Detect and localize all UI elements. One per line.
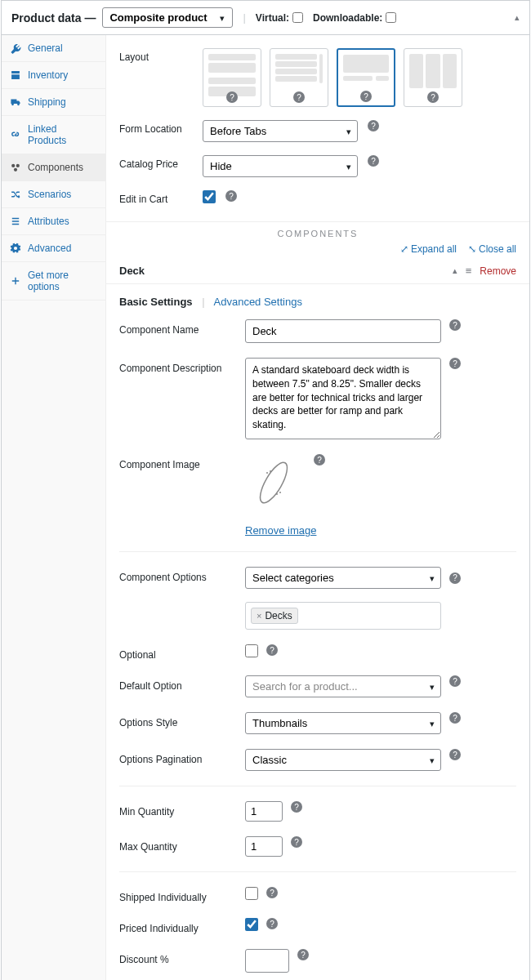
help-icon[interactable]: ? [368, 120, 379, 131]
component-name-input[interactable] [245, 319, 441, 343]
min-qty-input[interactable] [245, 801, 283, 822]
sidebar-item-scenarios[interactable]: Scenarios [2, 181, 105, 208]
priced-label: Priced Individually [119, 918, 234, 934]
shipped-label: Shipped Individually [119, 887, 234, 903]
help-icon: ? [226, 91, 238, 103]
inventory-icon [10, 69, 21, 81]
help-icon[interactable]: ? [291, 801, 302, 813]
svg-point-1 [16, 164, 20, 167]
component-desc-label: Component Description [119, 358, 234, 374]
help-icon[interactable]: ? [449, 712, 461, 724]
sidebar-item-components[interactable]: Components [2, 154, 105, 181]
form-location-label: Form Location [119, 120, 193, 135]
downloadable-checkbox[interactable] [386, 12, 396, 23]
shuffle-icon [10, 189, 21, 200]
truck-icon [10, 96, 21, 108]
discount-input[interactable] [245, 949, 289, 973]
help-icon[interactable]: ? [449, 572, 461, 584]
help-icon[interactable]: ? [266, 644, 278, 656]
optional-label: Optional [119, 644, 234, 661]
component-options-label: Component Options [119, 567, 234, 583]
help-icon[interactable]: ? [449, 675, 461, 687]
layout-option-2[interactable]: ? [270, 48, 328, 107]
close-all-link[interactable]: ⤡Close all [468, 243, 516, 255]
catalog-price-select[interactable]: Hide [203, 155, 358, 177]
divider [119, 871, 516, 872]
shipped-checkbox[interactable] [245, 887, 258, 900]
svg-point-2 [14, 168, 17, 172]
expand-all-link[interactable]: ⤢Expand all [400, 243, 457, 255]
priced-checkbox[interactable] [245, 918, 258, 931]
help-icon[interactable]: ? [266, 887, 278, 898]
discount-label: Discount % [119, 949, 234, 965]
help-icon[interactable]: ? [314, 454, 325, 466]
max-qty-input[interactable] [245, 836, 283, 857]
svg-point-6 [276, 493, 278, 495]
optional-checkbox[interactable] [245, 644, 258, 657]
link-icon [10, 129, 21, 140]
component-title: Deck [106, 265, 145, 277]
form-location-select[interactable]: Before Tabs [203, 120, 358, 142]
max-qty-label: Max Quantity [119, 836, 234, 853]
component-options-select[interactable]: Select categories [245, 567, 441, 589]
options-style-select[interactable]: Thumbnails [245, 712, 441, 734]
options-style-label: Options Style [119, 712, 234, 728]
help-icon[interactable]: ? [368, 155, 379, 167]
virtual-checkbox-label[interactable]: Virtual: [256, 12, 303, 24]
panel-title: Product data — [11, 11, 96, 24]
help-icon[interactable]: ? [266, 918, 278, 929]
product-type-select[interactable]: Composite product [102, 7, 233, 28]
tag-decks[interactable]: ×Decks [251, 608, 298, 624]
drag-handle-icon[interactable]: ≡ [466, 265, 472, 277]
component-name-label: Component Name [119, 319, 234, 336]
panel-header: Product data — Composite product | Virtu… [2, 1, 529, 35]
default-option-select[interactable]: Search for a product... [245, 675, 441, 697]
help-icon[interactable]: ? [449, 749, 461, 760]
sidebar-item-inventory[interactable]: Inventory [2, 62, 105, 89]
collapse-icon[interactable]: ▴ [515, 12, 520, 23]
main-content: Layout ? ? ? [106, 35, 529, 980]
edit-in-cart-label: Edit in Cart [119, 190, 193, 205]
layout-option-3[interactable]: ? [337, 48, 395, 107]
remove-tag-icon[interactable]: × [257, 611, 261, 621]
svg-point-3 [255, 459, 292, 506]
help-icon[interactable]: ? [225, 190, 237, 202]
wrench-icon [10, 42, 21, 54]
help-icon[interactable]: ? [449, 358, 461, 369]
collapse-component-icon[interactable]: ▴ [453, 265, 457, 276]
component-image-label: Component Image [119, 454, 234, 470]
sidebar-item-attributes[interactable]: Attributes [2, 208, 105, 235]
remove-component-link[interactable]: Remove [480, 265, 516, 277]
component-desc-textarea[interactable]: A standard skateboard deck width is betw… [245, 358, 441, 439]
tab-advanced-settings[interactable]: Advanced Settings [214, 296, 302, 308]
skateboard-deck-icon [249, 458, 298, 507]
layout-option-4[interactable]: ? [404, 48, 462, 107]
layout-option-1[interactable]: ? [203, 48, 261, 107]
sidebar: General Inventory Shipping Linked Produc… [2, 35, 106, 980]
downloadable-checkbox-label[interactable]: Downloadable: [313, 12, 396, 24]
sidebar-item-linked[interactable]: Linked Products [2, 116, 105, 154]
layout-label: Layout [119, 48, 193, 63]
edit-in-cart-checkbox[interactable] [203, 190, 216, 203]
help-icon[interactable]: ? [297, 949, 309, 960]
sidebar-item-advanced[interactable]: Advanced [2, 235, 105, 262]
virtual-checkbox[interactable] [292, 12, 303, 23]
tab-basic-settings[interactable]: Basic Settings [119, 296, 193, 308]
sidebar-item-more[interactable]: Get more options [2, 262, 105, 301]
divider: | [243, 11, 245, 24]
expand-icon: ⤢ [400, 243, 408, 255]
component-image-preview[interactable] [245, 454, 302, 511]
sidebar-item-general[interactable]: General [2, 35, 105, 62]
help-icon[interactable]: ? [291, 836, 302, 848]
component-options-tags[interactable]: ×Decks [245, 602, 441, 630]
divider [119, 786, 516, 786]
help-icon: ? [293, 91, 305, 103]
help-icon[interactable]: ? [449, 319, 461, 331]
svg-point-4 [266, 472, 268, 474]
min-qty-label: Min Quantity [119, 801, 234, 817]
components-icon [10, 162, 21, 173]
options-pagination-select[interactable]: Classic [245, 749, 441, 771]
remove-image-link[interactable]: Remove image [245, 524, 316, 537]
catalog-price-label: Catalog Price [119, 155, 193, 170]
sidebar-item-shipping[interactable]: Shipping [2, 89, 105, 116]
